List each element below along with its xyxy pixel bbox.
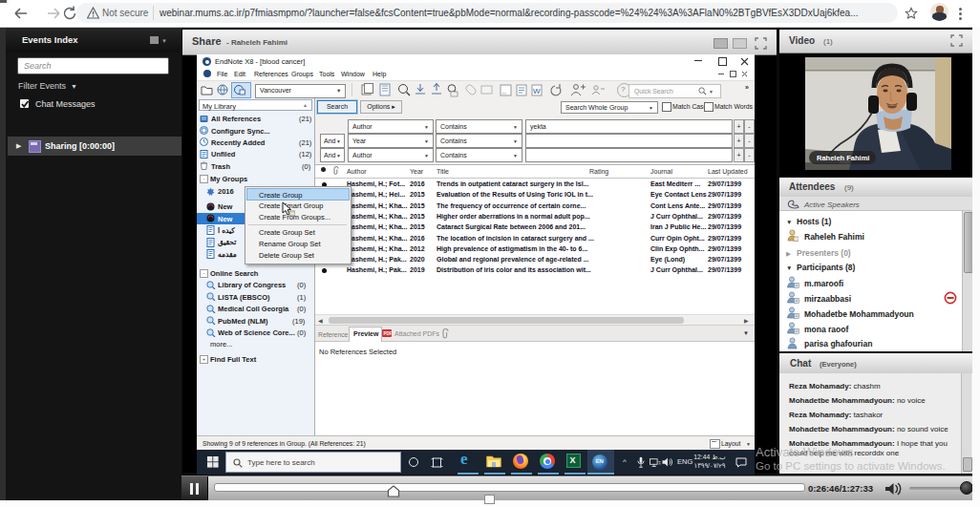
- svg-text:,,: ,,: [502, 87, 506, 95]
- svg-text:W: W: [533, 87, 541, 95]
